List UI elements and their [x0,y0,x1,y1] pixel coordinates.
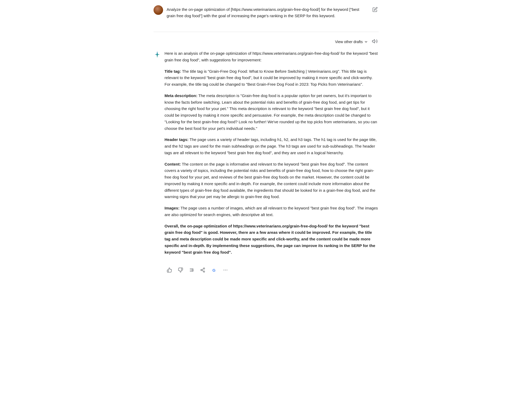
view-drafts-row: View other drafts [154,37,379,46]
meta-desc-label: Meta description: [165,93,197,98]
header-tags-text: The page uses a variety of header tags, … [165,137,377,155]
ai-section-title-tag: Title tag: The title tag is "Grain-Free … [165,68,379,88]
ai-section-content: Content: The content on the page is info… [165,161,379,200]
edit-button[interactable] [371,6,379,14]
header-tags-label: Header tags: [165,137,189,142]
svg-point-11 [225,270,226,271]
content-label: Content: [165,162,181,166]
ai-conclusion-paragraph: Overall, the on-page optimization of htt… [165,223,379,256]
share-icon [200,267,205,273]
view-other-drafts-label: View other drafts [335,40,363,44]
gemini-icon [154,51,161,58]
divider [154,32,379,32]
share-button[interactable] [198,265,207,275]
speaker-button[interactable] [371,37,379,46]
svg-point-5 [203,268,205,269]
svg-line-8 [202,271,203,271]
title-tag-label: Title tag: [165,69,181,74]
images-label: Images: [165,206,180,210]
thumbs-down-button[interactable] [176,265,185,275]
svg-marker-0 [372,40,374,43]
svg-point-4 [192,270,193,271]
content-text: The content on the page is informative a… [165,162,376,199]
user-avatar [154,5,163,15]
user-message-row: Analyze the on-page optimization of [htt… [154,5,379,24]
ai-response-row: Here is an analysis of the on-page optim… [154,50,379,275]
thumbs-up-button[interactable] [165,265,174,275]
chevron-down-icon [364,40,368,44]
modify-icon [189,267,194,273]
ai-section-header-tags: Header tags: The page uses a variety of … [165,136,379,156]
action-buttons-row: G [165,263,379,275]
svg-point-6 [201,270,202,271]
ai-section-meta-description: Meta description: The meta description i… [165,93,379,132]
conclusion-text: Overall, the on-page optimization of htt… [165,224,375,254]
images-text: The page uses a number of images, which … [165,206,378,217]
more-options-icon [223,267,228,273]
svg-point-7 [203,271,205,272]
user-message-text: Analyze the on-page optimization of [htt… [167,5,368,19]
meta-desc-text: The meta description is "Grain-free dog … [165,93,377,131]
google-search-button[interactable]: G [209,265,219,275]
modify-button[interactable] [187,265,196,275]
ai-response-section: View other drafts [154,37,379,275]
ai-intro-paragraph: Here is an analysis of the on-page optim… [165,50,379,63]
svg-point-10 [223,270,224,271]
more-options-button[interactable] [221,265,230,275]
svg-line-9 [202,269,203,270]
view-other-drafts-button[interactable]: View other drafts [335,40,368,44]
title-tag-text: The title tag is "Grain-Free Dog Food: W… [165,69,373,87]
speaker-icon [372,38,378,44]
thumbs-up-icon [167,267,172,273]
thumbs-down-icon [178,267,183,273]
ai-response-content: Here is an analysis of the on-page optim… [165,50,379,275]
ai-section-images: Images: The page uses a number of images… [165,205,379,218]
svg-point-12 [226,270,227,271]
google-g-icon: G [211,267,217,273]
